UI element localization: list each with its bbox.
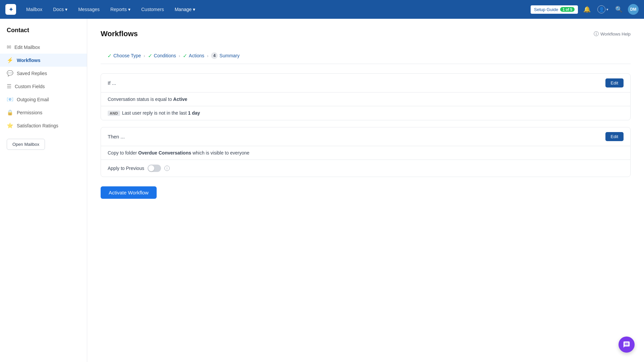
sidebar-item-outgoing-email[interactable]: 📧 Outgoing Email xyxy=(0,93,87,106)
activate-workflow-button[interactable]: Activate Workflow xyxy=(101,186,157,199)
apply-to-previous-toggle[interactable] xyxy=(148,165,161,172)
then-edit-button[interactable]: Edit xyxy=(605,132,624,141)
sidebar-item-permissions[interactable]: 🔒 Permissions xyxy=(0,106,87,119)
apply-to-previous-label: Apply to Previous xyxy=(108,166,144,171)
setup-guide-button[interactable]: Setup Guide 1 of 5 xyxy=(531,5,578,14)
then-actions-card: Then ... Edit Copy to folder Overdue Con… xyxy=(101,127,631,177)
step-arrow-3: › xyxy=(207,53,208,58)
docs-chevron-icon: ▾ xyxy=(65,7,67,12)
nav-mailbox[interactable]: Mailbox xyxy=(21,5,47,14)
then-label: Then ... xyxy=(108,134,125,139)
sidebar: Contact ✉ Edit Mailbox ⚡ Workflows 💬 Sav… xyxy=(0,19,87,362)
if-edit-button[interactable]: Edit xyxy=(605,78,624,87)
sidebar-item-custom-fields[interactable]: ☰ Custom Fields xyxy=(0,80,87,93)
sidebar-label-outgoing-email: Outgoing Email xyxy=(17,97,49,102)
main-content: Workflows ⓘ Workflows Help ✓ Choose Type… xyxy=(87,19,644,362)
top-navigation: ✦ Mailbox Docs ▾ Messages Reports ▾ Cust… xyxy=(0,0,644,19)
action-row: Copy to folder Overdue Conversations whi… xyxy=(101,146,630,160)
custom-fields-icon: ☰ xyxy=(7,83,11,89)
user-settings-icon[interactable]: 👤 ▾ xyxy=(596,4,610,15)
edit-mailbox-icon: ✉ xyxy=(7,44,11,50)
reports-chevron-icon: ▾ xyxy=(128,7,130,12)
condition-2-prefix: Last user reply is not in the last xyxy=(122,110,188,116)
nav-customers[interactable]: Customers xyxy=(137,5,169,14)
step-4-number: 4 xyxy=(211,52,218,59)
notifications-icon[interactable]: 🔔 xyxy=(582,4,592,14)
nav-reports[interactable]: Reports ▾ xyxy=(106,5,135,14)
condition-row-2: ANDLast user reply is not in the last 1 … xyxy=(101,106,630,120)
step-actions[interactable]: ✓ Actions xyxy=(183,53,204,59)
action-text-prefix: Copy to folder xyxy=(108,150,138,156)
sidebar-title: Contact xyxy=(0,27,87,41)
sidebar-item-workflows[interactable]: ⚡ Workflows xyxy=(0,54,87,67)
condition-2-bold: 1 day xyxy=(188,110,200,116)
sidebar-label-edit-mailbox: Edit Mailbox xyxy=(14,45,40,50)
and-badge: AND xyxy=(108,111,120,116)
sidebar-label-permissions: Permissions xyxy=(17,110,42,115)
saved-replies-icon: 💬 xyxy=(7,70,13,76)
user-avatar[interactable]: DM xyxy=(628,4,639,15)
sidebar-label-custom-fields: Custom Fields xyxy=(15,84,45,89)
app-logo: ✦ xyxy=(5,4,16,15)
workflows-icon: ⚡ xyxy=(7,57,13,63)
if-conditions-card: If ... Edit Conversation status is equal… xyxy=(101,73,631,120)
manage-chevron-icon: ▾ xyxy=(193,7,195,12)
chat-fab-button[interactable] xyxy=(619,337,635,353)
nav-manage[interactable]: Manage ▾ xyxy=(170,5,200,14)
search-icon[interactable]: 🔍 xyxy=(614,4,624,14)
if-card-header: If ... Edit xyxy=(101,74,630,92)
help-circle-icon: ⓘ xyxy=(594,31,599,37)
condition-1-prefix: Conversation status is equal to xyxy=(108,97,173,102)
condition-row-1: Conversation status is equal to Active xyxy=(101,92,630,106)
workflows-help-link[interactable]: ⓘ Workflows Help xyxy=(594,31,631,37)
nav-docs[interactable]: Docs ▾ xyxy=(48,5,72,14)
main-layout: Contact ✉ Edit Mailbox ⚡ Workflows 💬 Sav… xyxy=(0,19,644,362)
step-conditions[interactable]: ✓ Conditions xyxy=(148,53,176,59)
sidebar-item-edit-mailbox[interactable]: ✉ Edit Mailbox xyxy=(0,41,87,54)
if-label: If ... xyxy=(108,80,116,86)
action-text-bold: Overdue Conversations xyxy=(138,150,191,156)
step-summary[interactable]: 4 Summary xyxy=(211,52,239,59)
setup-badge: 1 of 5 xyxy=(560,7,575,12)
sidebar-item-saved-replies[interactable]: 💬 Saved Replies xyxy=(0,67,87,80)
open-mailbox-button[interactable]: Open Mailbox xyxy=(7,139,45,150)
step-choose-type[interactable]: ✓ Choose Type xyxy=(107,53,141,59)
step-3-check-icon: ✓ xyxy=(183,53,187,59)
outgoing-email-icon: 📧 xyxy=(7,96,13,103)
step-arrow-1: › xyxy=(144,53,145,58)
condition-1-bold: Active xyxy=(173,97,187,102)
satisfaction-ratings-icon: ⭐ xyxy=(7,122,13,129)
sidebar-label-satisfaction-ratings: Satisfaction Ratings xyxy=(17,123,58,128)
content-header: Workflows ⓘ Workflows Help xyxy=(101,29,631,38)
breadcrumb-steps: ✓ Choose Type › ✓ Conditions › ✓ Actions… xyxy=(101,48,631,64)
sidebar-label-saved-replies: Saved Replies xyxy=(17,71,47,76)
toggle-thumb xyxy=(148,165,154,171)
step-1-check-icon: ✓ xyxy=(107,53,112,59)
then-card-header: Then ... Edit xyxy=(101,127,630,146)
step-arrow-2: › xyxy=(179,53,180,58)
sidebar-label-workflows: Workflows xyxy=(17,58,41,63)
apply-info-icon[interactable]: i xyxy=(164,166,170,171)
sidebar-item-satisfaction-ratings[interactable]: ⭐ Satisfaction Ratings xyxy=(0,119,87,132)
chat-fab-icon xyxy=(623,341,630,348)
step-2-check-icon: ✓ xyxy=(148,53,152,59)
permissions-icon: 🔒 xyxy=(7,109,13,116)
action-text-suffix: which is visible to everyone xyxy=(191,150,250,156)
nav-messages[interactable]: Messages xyxy=(73,5,104,14)
apply-to-previous-row: Apply to Previous i xyxy=(101,160,630,177)
topnav-right-section: Setup Guide 1 of 5 🔔 👤 ▾ 🔍 DM xyxy=(531,4,639,15)
page-title: Workflows xyxy=(101,29,138,38)
